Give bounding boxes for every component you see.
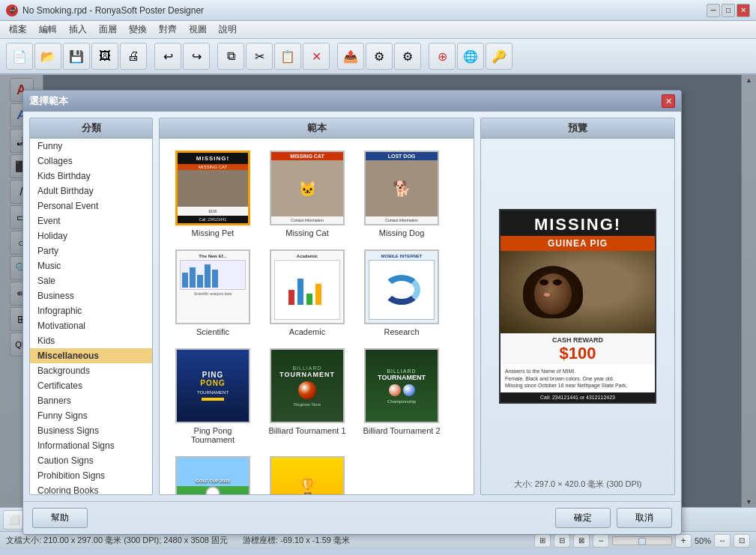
- template-panel: 範本 MISSING! MISSING CAT $100 Call: 2341: [159, 118, 474, 495]
- template-winners[interactable]: 🏆 WINNERS Winners: [266, 456, 348, 495]
- save-button[interactable]: 💾: [63, 43, 90, 70]
- open-button[interactable]: 📂: [34, 43, 61, 70]
- menu-layer[interactable]: 面層: [93, 22, 123, 37]
- thumb-missing-cat: MISSING CAT 🐱 Contact information: [270, 151, 345, 225]
- cat-motivational[interactable]: Motivational: [30, 318, 152, 333]
- menu-insert[interactable]: 插入: [63, 22, 93, 37]
- menu-help[interactable]: 說明: [213, 22, 243, 37]
- cat-personal-event[interactable]: Personal Event: [30, 198, 152, 213]
- menu-file[interactable]: 檔案: [3, 22, 33, 37]
- label-scientific: Scientific: [196, 327, 229, 336]
- new-button[interactable]: 📄: [6, 43, 33, 70]
- zoom-in-btn[interactable]: +: [675, 534, 692, 548]
- cat-party[interactable]: Party: [30, 243, 152, 258]
- close-button[interactable]: ✕: [737, 4, 750, 17]
- poster-preview-image: MISSING! GUINEA PIG: [499, 209, 656, 404]
- cat-adult-birthday[interactable]: Adult Birthday: [30, 184, 152, 198]
- label-billiard-2: Billiard Tournament 2: [363, 426, 440, 435]
- cat-informational-signs[interactable]: Informational Signs: [30, 438, 152, 453]
- thumb-billiard-2: BILLIARD TOURNAMENT Championship: [364, 348, 439, 423]
- maximize-button[interactable]: □: [722, 4, 735, 17]
- snap-btn[interactable]: ⊟: [554, 534, 570, 548]
- template-scientific[interactable]: The New Ef... Scientific analysis data: [172, 249, 254, 336]
- cat-prohibition-signs[interactable]: Prohibition Signs: [30, 468, 152, 483]
- cat-collages[interactable]: Collages: [30, 154, 152, 169]
- cat-kids[interactable]: Kids: [30, 333, 152, 348]
- grid-btn[interactable]: ⊞: [534, 534, 551, 548]
- cat-coloring-books[interactable]: Coloring Books: [30, 483, 152, 495]
- cat-backgrounds[interactable]: Backgrounds: [30, 363, 152, 378]
- cat-music[interactable]: Music: [30, 258, 152, 273]
- template-missing-pet[interactable]: MISSING! MISSING CAT $100 Call: 23412144…: [172, 151, 254, 237]
- template-dialog: 選擇範本 ✕ 分類 Funny Collages Kids Birthday A…: [22, 90, 682, 535]
- cat-miscellaneous[interactable]: Miscellaneous: [30, 348, 152, 363]
- paste-button[interactable]: 📋: [274, 43, 301, 70]
- globe-button[interactable]: 🌐: [457, 43, 484, 70]
- ok-button[interactable]: 確定: [555, 508, 611, 528]
- template-academic[interactable]: Academic: [266, 249, 348, 336]
- cancel-button[interactable]: 取消: [617, 508, 672, 528]
- menu-align[interactable]: 對齊: [153, 22, 183, 37]
- poster-contact: Call: 234121441 or 4312112423: [501, 392, 655, 402]
- print-button[interactable]: 🖨: [120, 43, 147, 70]
- cat-certificates[interactable]: Certificates: [30, 378, 152, 393]
- copy-button[interactable]: ⧉: [217, 43, 244, 70]
- cat-sale[interactable]: Sale: [30, 273, 152, 288]
- cat-holiday[interactable]: Holiday: [30, 228, 152, 243]
- menu-view[interactable]: 視圖: [183, 22, 213, 37]
- help2-button[interactable]: ⊕: [429, 43, 456, 70]
- zoom-out-btn[interactable]: −: [593, 534, 609, 548]
- category-panel: 分類 Funny Collages Kids Birthday Adult Bi…: [29, 118, 153, 495]
- settings2-button[interactable]: ⚙: [394, 43, 421, 70]
- template-billiard-1[interactable]: BILLIARD TOURNAMENT Register Now Billiar…: [266, 348, 348, 444]
- thumb-golf-cup: GOLF CUP 2020 Championship: [175, 456, 250, 495]
- thumb-billiard-1: BILLIARD TOURNAMENT Register Now: [270, 348, 345, 423]
- redo-button[interactable]: ↪: [183, 43, 210, 70]
- cut-button[interactable]: ✂: [246, 43, 273, 70]
- dialog-body: 分類 Funny Collages Kids Birthday Adult Bi…: [23, 112, 681, 501]
- cat-banners[interactable]: Banners: [30, 393, 152, 408]
- undo-button[interactable]: ↩: [154, 43, 181, 70]
- template-billiard-2[interactable]: BILLIARD TOURNAMENT Championship Billi: [360, 348, 443, 444]
- key-button[interactable]: 🔑: [486, 43, 512, 70]
- desc-line2: Female. Black and brown colors. One year…: [505, 375, 650, 383]
- thumb-ping-pong: PING PONG TOURNAMENT: [175, 348, 250, 423]
- cat-infographic[interactable]: Infographic: [30, 303, 152, 318]
- template-golf-cup[interactable]: GOLF CUP 2020 Championship Golf Cup: [172, 456, 254, 495]
- delete-button[interactable]: ✕: [303, 43, 330, 70]
- cat-business[interactable]: Business: [30, 288, 152, 303]
- desc-line1: Answers to the Name of MIMI.: [505, 368, 650, 375]
- fit-width-btn[interactable]: ↔: [714, 534, 731, 548]
- main-area: A A 🏞 ⬛ / ▭ ○ 🔍 ✏ ⊞ QR STAY BACK YOU WIT…: [0, 75, 756, 507]
- cat-caution-signs[interactable]: Caution Signs: [30, 453, 152, 468]
- poster-photo: [501, 251, 655, 333]
- menu-transform[interactable]: 變換: [123, 22, 153, 37]
- title-bar: 🚭 No Smoking.rpd - RonyaSoft Poster Desi…: [0, 0, 756, 21]
- cat-funny[interactable]: Funny: [30, 139, 152, 154]
- label-billiard-1: Billiard Tournament 1: [268, 426, 345, 435]
- dialog-close-button[interactable]: ✕: [662, 94, 675, 108]
- cat-event[interactable]: Event: [30, 213, 152, 228]
- help-button[interactable]: 幫助: [32, 508, 88, 528]
- cat-funny-signs[interactable]: Funny Signs: [30, 408, 152, 423]
- minimize-button[interactable]: ─: [707, 4, 720, 17]
- image-button[interactable]: 🖼: [91, 43, 118, 70]
- template-missing-dog[interactable]: LOST DOG 🐕 Contact information Missing D…: [360, 151, 443, 237]
- template-ping-pong[interactable]: PING PONG TOURNAMENT Ping Pong Tournamen…: [172, 348, 254, 444]
- fit-page-btn[interactable]: ⊡: [734, 534, 750, 548]
- cat-business-signs[interactable]: Business Signs: [30, 423, 152, 438]
- template-research[interactable]: MOBILE INTERNET Research: [360, 249, 443, 336]
- thumb-research: MOBILE INTERNET: [364, 249, 439, 324]
- preview-size-info: 大小: 297.0 × 420.0 毫米 (300 DPI): [509, 474, 647, 494]
- toolbar: 📄 📂 💾 🖼 🖨 ↩ ↪ ⧉ ✂ 📋 ✕ 📤 ⚙ ⚙ ⊕ 🌐 🔑: [0, 39, 756, 75]
- fit-btn[interactable]: ⊠: [573, 534, 590, 548]
- guinea-pig-image: [501, 251, 655, 333]
- export-button[interactable]: 📤: [337, 43, 364, 70]
- template-missing-cat[interactable]: MISSING CAT 🐱 Contact information Missin…: [266, 151, 348, 237]
- settings-button[interactable]: ⚙: [366, 43, 393, 70]
- cursor-pos-label: 游標座標: -69.10 x -1.59 毫米: [243, 535, 350, 546]
- zoom-slider[interactable]: [612, 536, 672, 545]
- category-header: 分類: [30, 118, 152, 139]
- menu-edit[interactable]: 編輯: [33, 22, 63, 37]
- cat-kids-birthday[interactable]: Kids Birthday: [30, 169, 152, 184]
